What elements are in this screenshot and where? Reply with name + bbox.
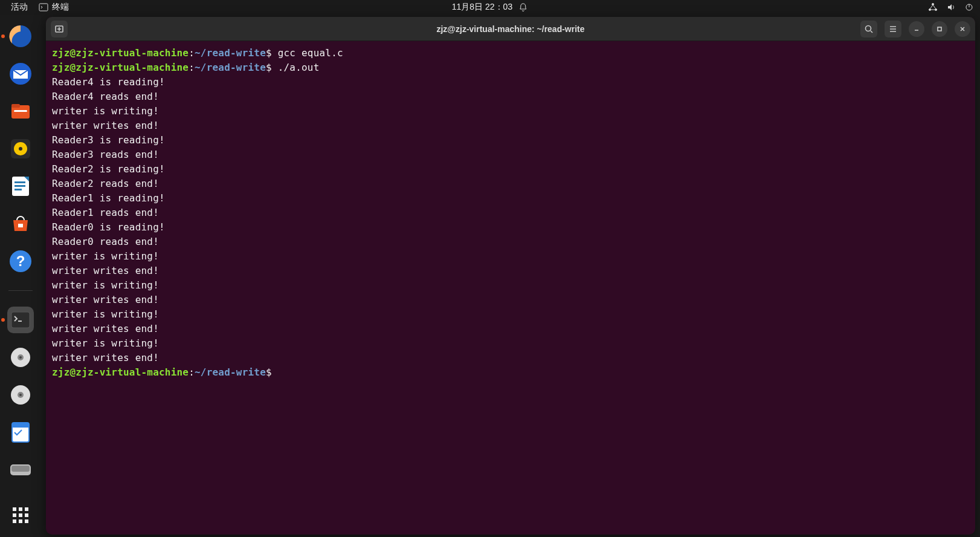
maximize-button[interactable]: [932, 21, 947, 37]
help-icon[interactable]: ?: [7, 248, 34, 275]
svg-rect-0: [39, 4, 48, 11]
thunderbird-icon[interactable]: [7, 60, 34, 87]
output-line: writer writes end!: [52, 293, 969, 307]
prompt-dollar: $: [266, 366, 272, 378]
menu-button[interactable]: [885, 21, 901, 37]
app-name: 终端: [52, 2, 69, 13]
svg-rect-15: [15, 185, 25, 187]
svg-rect-33: [938, 27, 941, 31]
svg-point-23: [19, 356, 22, 359]
terminal-window: zjz@zjz-virtual-machine: ~/read-write zj…: [46, 17, 975, 535]
output-line: writer writes end!: [52, 351, 969, 365]
svg-text:?: ?: [16, 253, 25, 269]
prompt-colon: :: [189, 47, 195, 59]
svg-rect-8: [11, 104, 20, 108]
prompt-line: zjz@zjz-virtual-machine:~/read-write$ ./…: [52, 60, 969, 75]
svg-rect-9: [14, 110, 27, 112]
files-icon[interactable]: [7, 98, 34, 125]
app-menu[interactable]: 终端: [39, 2, 69, 13]
minimize-button[interactable]: [909, 21, 924, 37]
prompt-line: zjz@zjz-virtual-machine:~/read-write$: [52, 365, 969, 380]
prompt-user: zjz@zjz-virtual-machine: [52, 62, 189, 73]
command-text: gcc equal.c: [278, 47, 343, 59]
output-line: writer is writing!: [52, 104, 969, 119]
titlebar: zjz@zjz-virtual-machine: ~/read-write: [46, 17, 975, 41]
svg-point-26: [19, 394, 22, 396]
output-line: Reader3 is reading!: [52, 133, 969, 148]
command-text: ./a.out: [278, 62, 320, 73]
svg-point-12: [19, 147, 22, 151]
disc1-icon[interactable]: [7, 344, 34, 371]
output-line: Reader0 reads end!: [52, 235, 969, 249]
device-icon[interactable]: [7, 457, 34, 483]
output-line: Reader1 reads end!: [52, 206, 969, 220]
terminal-icon[interactable]: [7, 307, 34, 333]
svg-rect-20: [11, 312, 30, 328]
firefox-icon[interactable]: [7, 23, 34, 50]
rhythmbox-icon[interactable]: [7, 135, 34, 162]
output-line: Reader4 is reading!: [52, 75, 969, 90]
output-line: Reader0 is reading!: [52, 220, 969, 235]
prompt-dollar: $: [266, 47, 278, 59]
output-line: writer writes end!: [52, 119, 969, 133]
svg-rect-14: [15, 181, 25, 183]
disc2-icon[interactable]: [7, 382, 34, 408]
prompt-dollar: $: [266, 62, 278, 73]
gnome-topbar: 活动 终端 11月8日 22：03: [0, 0, 980, 15]
bell-icon: [518, 2, 528, 12]
output-line: Reader4 reads end!: [52, 90, 969, 104]
prompt-user: zjz@zjz-virtual-machine: [52, 47, 189, 59]
volume-icon: [946, 2, 956, 12]
output-line: writer writes end!: [52, 322, 969, 336]
output-line: Reader1 is reading!: [52, 191, 969, 206]
output-line: Reader2 is reading!: [52, 162, 969, 177]
output-line: Reader3 reads end!: [52, 148, 969, 162]
ubuntu-software-icon[interactable]: [7, 210, 34, 237]
system-tray[interactable]: [928, 2, 974, 12]
network-icon: [928, 2, 938, 12]
clock[interactable]: 11月8日 22：03: [452, 2, 512, 13]
prompt-path: ~/read-write: [195, 47, 266, 59]
dock-separator: [8, 290, 33, 291]
terminal-small-icon: [39, 3, 48, 11]
dock: ?: [0, 15, 41, 537]
svg-rect-28: [12, 423, 29, 428]
show-apps-icon[interactable]: [7, 502, 34, 529]
svg-rect-30: [11, 466, 30, 472]
svg-rect-16: [15, 189, 22, 190]
output-line: writer writes end!: [52, 264, 969, 278]
activities-button[interactable]: 活动: [11, 2, 28, 13]
output-line: writer is writing!: [52, 249, 969, 264]
power-icon: [964, 2, 974, 12]
prompt-colon: :: [189, 62, 195, 73]
libreoffice-writer-icon[interactable]: [7, 173, 34, 200]
window-title: zjz@zjz-virtual-machine: ~/read-write: [436, 24, 584, 34]
prompt-line: zjz@zjz-virtual-machine:~/read-write$ gc…: [52, 46, 969, 60]
output-line: writer is writing!: [52, 336, 969, 351]
prompt-path: ~/read-write: [195, 366, 266, 378]
close-button[interactable]: [955, 21, 970, 37]
svg-rect-17: [18, 224, 23, 227]
new-tab-button[interactable]: [51, 21, 68, 37]
output-line: Reader2 reads end!: [52, 177, 969, 191]
prompt-colon: :: [189, 366, 195, 378]
search-button[interactable]: [860, 21, 877, 37]
svg-point-32: [866, 25, 871, 31]
prompt-path: ~/read-write: [195, 62, 266, 73]
output-line: writer is writing!: [52, 307, 969, 322]
terminal-output[interactable]: zjz@zjz-virtual-machine:~/read-write$ gc…: [46, 41, 975, 385]
todo-icon[interactable]: [7, 419, 34, 446]
prompt-user: zjz@zjz-virtual-machine: [52, 366, 189, 378]
output-line: writer is writing!: [52, 278, 969, 293]
